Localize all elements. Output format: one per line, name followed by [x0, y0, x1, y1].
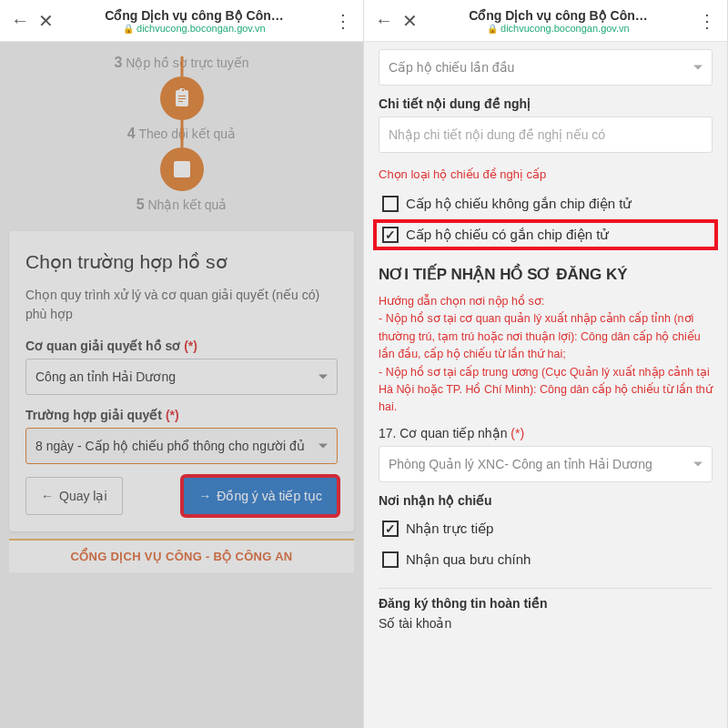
back-icon[interactable]: ←	[7, 10, 33, 31]
case-card: Chọn trường hợp hồ sơ Chọn quy trình xử …	[9, 231, 354, 531]
page-title: Cổng Dịch vụ công Bộ Côn…	[58, 8, 330, 23]
close-icon[interactable]: ✕	[33, 10, 58, 32]
back-button[interactable]: ← Quay lại	[25, 477, 123, 515]
refund-label: Đăng ký thông tin hoàn tiền	[379, 596, 713, 611]
agree-button[interactable]: → Đồng ý và tiếp tục	[183, 477, 338, 515]
detail-label: Chi tiết nội dung đề nghị	[379, 96, 713, 111]
checkbox-nochip[interactable]: Cấp hộ chiếu không gắn chip điện tử	[379, 188, 713, 219]
case-label: Trường hợp giải quyết	[25, 408, 162, 422]
page-title: Cổng Dịch vụ công Bộ Côn…	[422, 8, 694, 23]
checkbox-label: Nhận trực tiếp	[406, 521, 493, 537]
checkbox-chip[interactable]: Cấp hộ chiếu có gắn chip điện tử	[373, 219, 718, 250]
passport-type-select[interactable]: Cấp hộ chiếu lần đầu	[379, 49, 713, 86]
checkbox-icon[interactable]	[382, 551, 399, 568]
menu-icon[interactable]: ⋮	[694, 10, 720, 32]
agency-select[interactable]: Công an tỉnh Hải Dương	[25, 359, 338, 395]
footer-banner: CỔNG DỊCH VỤ CÔNG - BỘ CÔNG AN	[9, 539, 354, 572]
check-icon	[160, 147, 204, 191]
topbar: ← ✕ Cổng Dịch vụ công Bộ Côn… dichvucong…	[364, 0, 727, 42]
checkbox-label: Cấp hộ chiếu có gắn chip điện tử	[406, 227, 609, 243]
agency-label: Cơ quan giải quyết hồ sơ	[25, 339, 180, 353]
page-url: dichvucong.bocongan.gov.vn	[422, 23, 694, 34]
card-desc: Chọn quy trình xử lý và cơ quan giải quy…	[25, 286, 338, 324]
checkbox-icon[interactable]	[382, 196, 399, 212]
menu-icon[interactable]: ⋮	[330, 10, 356, 32]
case-select[interactable]: 8 ngày - Cấp hộ chiếu phổ thông cho ngườ…	[25, 428, 338, 464]
checkbox-label: Nhận qua bưu chính	[406, 551, 531, 568]
checkbox-receive-post[interactable]: Nhận qua bưu chính	[379, 544, 713, 575]
checkbox-receive-direct[interactable]: Nhận trực tiếp	[379, 513, 713, 544]
back-icon[interactable]: ←	[371, 10, 397, 31]
checkbox-icon[interactable]	[382, 227, 399, 243]
progress-steps: 3 Nộp hồ sơ trực tuyến 4 Theo dõi kết qu…	[0, 42, 363, 213]
checkbox-icon[interactable]	[382, 521, 399, 537]
page-url: dichvucong.bocongan.gov.vn	[58, 23, 330, 34]
close-icon[interactable]: ✕	[397, 10, 422, 32]
account-label: Số tài khoản	[379, 616, 713, 631]
q17-label: 17. Cơ quan tiếp nhận	[379, 426, 507, 440]
section-heading: NƠI TIẾP NHẬN HỒ SƠ ĐĂNG KÝ	[379, 265, 713, 284]
checkbox-label: Cấp hộ chiếu không gắn chip điện tử	[406, 196, 632, 212]
topbar: ← ✕ Cổng Dịch vụ công Bộ Côn… dichvucong…	[0, 0, 363, 42]
guide-text: Hướng dẫn chọn nơi nộp hồ sơ: - Nộp hồ s…	[379, 293, 713, 417]
divider	[379, 588, 713, 589]
receive-label: Nơi nhận hộ chiếu	[379, 493, 713, 508]
type-label: Chọn loại hộ chiếu đề nghị cấp	[379, 167, 713, 181]
clipboard-icon	[160, 76, 204, 120]
card-heading: Chọn trường hợp hồ sơ	[25, 251, 338, 273]
receiving-agency-select[interactable]: Phòng Quản lý XNC- Công an tỉnh Hải Dươn…	[379, 446, 713, 482]
detail-input[interactable]: Nhập chi tiết nội dung đề nghị nếu có	[379, 116, 713, 153]
